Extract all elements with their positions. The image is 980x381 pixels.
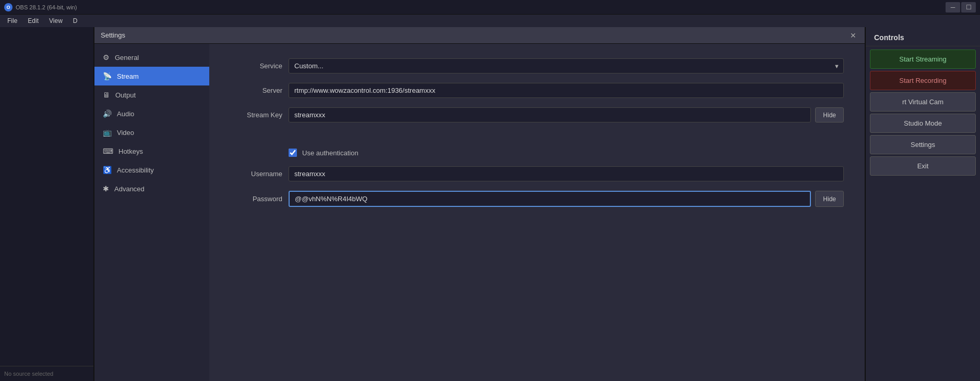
sidebar-label-audio: Audio — [117, 110, 134, 118]
stream-key-input[interactable] — [289, 107, 811, 122]
accessibility-icon: ♿ — [103, 166, 112, 174]
minimize-button[interactable]: ─ — [946, 2, 960, 13]
no-source-status: No source selected — [0, 366, 93, 381]
menu-d[interactable]: D — [68, 16, 83, 26]
maximize-button[interactable]: ☐ — [961, 2, 976, 13]
service-label: Service — [230, 62, 282, 70]
virtual-cam-button[interactable]: rt Virtual Cam — [870, 92, 976, 112]
sidebar-label-stream: Stream — [117, 72, 139, 80]
obs-left-panel: No source selected — [0, 27, 94, 381]
settings-sidebar: ⚙ General 📡 Stream 🖥 Output 🔊 Audio — [94, 44, 209, 381]
stream-key-hide-button[interactable]: Hide — [815, 107, 844, 122]
sidebar-item-advanced[interactable]: ✱ Advanced — [94, 179, 209, 198]
obs-window-title: OBS 28.1.2 (64-bit, win) — [16, 4, 77, 10]
start-streaming-button[interactable]: Start Streaming — [870, 50, 976, 69]
username-row: Username — [230, 166, 844, 181]
use-auth-label[interactable]: Use authentication — [302, 149, 358, 157]
stream-key-label: Stream Key — [230, 111, 282, 119]
obs-logo-icon: O — [4, 3, 13, 11]
output-icon: 🖥 — [103, 91, 110, 99]
settings-content: Service Custom... ▼ Server — [209, 44, 865, 381]
settings-body: ⚙ General 📡 Stream 🖥 Output 🔊 Audio — [94, 44, 865, 381]
video-icon: 📺 — [103, 128, 112, 137]
studio-mode-button[interactable]: Studio Mode — [870, 114, 976, 133]
password-hide-button[interactable]: Hide — [815, 191, 844, 207]
sidebar-label-output: Output — [115, 91, 136, 99]
controls-header: Controls — [866, 27, 980, 46]
menu-edit[interactable]: Edit — [22, 16, 44, 26]
keyboard-icon: ⌨ — [103, 147, 113, 155]
password-row: Password Hide — [230, 191, 844, 207]
start-recording-button[interactable]: Start Recording — [870, 71, 976, 90]
menu-file[interactable]: File — [2, 16, 22, 26]
sidebar-item-video[interactable]: 📺 Video — [94, 123, 209, 142]
stream-key-row: Stream Key Hide — [230, 107, 844, 122]
username-input[interactable] — [289, 166, 844, 181]
service-row: Service Custom... ▼ — [230, 58, 844, 73]
sidebar-item-audio[interactable]: 🔊 Audio — [94, 104, 209, 123]
service-select[interactable]: Custom... — [289, 58, 844, 73]
audio-icon: 🔊 — [103, 109, 112, 118]
sidebar-item-hotkeys[interactable]: ⌨ Hotkeys — [94, 142, 209, 161]
use-auth-row: Use authentication — [230, 149, 844, 157]
sidebar-item-output[interactable]: 🖥 Output — [94, 85, 209, 104]
sidebar-label-accessibility: Accessibility — [117, 166, 154, 174]
stream-icon: 📡 — [103, 72, 112, 80]
sidebar-item-general[interactable]: ⚙ General — [94, 48, 209, 67]
sidebar-label-advanced: Advanced — [114, 185, 145, 193]
settings-titlebar: Settings ✕ — [94, 27, 865, 44]
settings-button[interactable]: Settings — [870, 135, 976, 154]
settings-dialog: Settings ✕ ⚙ General 📡 Stream 🖥 — [94, 27, 865, 381]
controls-panel: Controls Start Streaming Start Recording… — [865, 27, 980, 381]
settings-close-button[interactable]: ✕ — [848, 30, 858, 41]
sidebar-label-video: Video — [117, 129, 134, 137]
sidebar-item-accessibility[interactable]: ♿ Accessibility — [94, 161, 209, 179]
server-input[interactable] — [289, 83, 844, 98]
sidebar-label-hotkeys: Hotkeys — [118, 148, 143, 155]
server-row: Server — [230, 83, 844, 98]
exit-button[interactable]: Exit — [870, 156, 976, 176]
menu-view[interactable]: View — [44, 16, 68, 26]
server-label: Server — [230, 87, 282, 94]
advanced-icon: ✱ — [103, 185, 109, 193]
username-label: Username — [230, 170, 282, 178]
sidebar-item-stream[interactable]: 📡 Stream — [94, 67, 209, 85]
use-auth-checkbox[interactable] — [289, 149, 297, 157]
password-label: Password — [230, 195, 282, 203]
password-input[interactable] — [289, 191, 811, 207]
settings-title: Settings — [101, 31, 125, 39]
gear-icon: ⚙ — [103, 53, 110, 62]
sidebar-label-general: General — [115, 54, 139, 62]
